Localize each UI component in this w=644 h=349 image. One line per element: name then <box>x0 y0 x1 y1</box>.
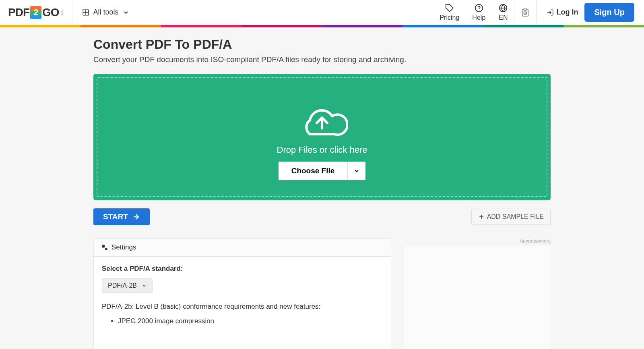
feature-list: JPEG 2000 image compression <box>102 317 383 325</box>
chevron-down-icon <box>123 9 129 16</box>
logo-pdf: PDF <box>8 6 29 19</box>
select-standard-label: Select a PDF/A standard: <box>102 265 383 273</box>
choose-file-button[interactable]: Choose File <box>279 162 348 180</box>
plus-icon <box>478 214 485 220</box>
pricing-label: Pricing <box>440 14 459 21</box>
logo-2-icon: 2 <box>30 6 41 19</box>
choose-file-dropdown[interactable] <box>348 162 365 180</box>
login-icon <box>547 9 554 16</box>
feature-item: JPEG 2000 image compression <box>118 317 383 325</box>
history-link[interactable] <box>514 0 537 25</box>
main-header: PDF 2 GO .com All tools Pricing Help EN … <box>0 0 644 25</box>
standard-description: PDF/A-2b: Level B (basic) conformance re… <box>102 303 383 311</box>
language-label: EN <box>499 14 508 21</box>
cloud-upload-icon <box>296 102 348 138</box>
svg-point-16 <box>105 248 107 250</box>
page-subtitle: Convert your PDF documents into ISO-comp… <box>93 55 551 64</box>
add-sample-file-button[interactable]: ADD SAMPLE FILE <box>471 209 551 225</box>
arrow-right-icon <box>132 213 140 221</box>
lower-content: Settings Select a PDF/A standard: PDF/A-… <box>93 238 551 349</box>
ad-column: Advertisement <box>404 238 551 349</box>
logo-text: PDF 2 GO <box>8 6 59 19</box>
settings-heading-label: Settings <box>111 243 136 251</box>
svg-rect-8 <box>524 8 527 10</box>
ad-label: Advertisement <box>404 238 551 244</box>
login-label: Log In <box>556 8 578 17</box>
dropzone-inner: Drop Files or click here Choose File <box>97 77 547 197</box>
all-tools-menu[interactable]: All tools <box>72 0 139 25</box>
gears-icon <box>101 244 108 251</box>
clipboard-history-icon <box>521 8 530 17</box>
chevron-down-icon <box>142 283 147 288</box>
auth-section: Log In Sign Up <box>537 0 644 25</box>
login-link[interactable]: Log In <box>547 8 578 17</box>
svg-point-15 <box>102 245 105 248</box>
selected-standard-value: PDF/A-2B <box>108 282 137 289</box>
start-label: START <box>103 212 128 221</box>
pricing-link[interactable]: Pricing <box>433 0 466 25</box>
logo[interactable]: PDF 2 GO .com <box>0 0 72 25</box>
file-dropzone[interactable]: Drop Files or click here Choose File <box>93 74 551 200</box>
rainbow-divider <box>0 25 644 27</box>
start-button[interactable]: START <box>93 208 150 225</box>
logo-com: .com <box>60 8 64 17</box>
globe-icon <box>499 4 508 12</box>
settings-header: Settings <box>94 239 391 257</box>
help-icon <box>475 4 483 12</box>
choose-file-group: Choose File <box>279 162 366 180</box>
add-sample-label: ADD SAMPLE FILE <box>487 213 544 220</box>
page-title: Convert PDF To PDF/A <box>93 37 551 52</box>
all-tools-label: All tools <box>93 8 119 17</box>
help-label: Help <box>472 14 485 21</box>
language-selector[interactable]: EN <box>492 0 514 25</box>
help-link[interactable]: Help <box>466 0 492 25</box>
settings-card: Settings Select a PDF/A standard: PDF/A-… <box>93 238 391 349</box>
dropzone-text: Drop Files or click here <box>277 145 367 155</box>
actions-row: START ADD SAMPLE FILE <box>93 208 551 225</box>
chevron-down-icon <box>353 168 360 174</box>
tag-icon <box>445 4 454 12</box>
standard-select[interactable]: PDF/A-2B <box>102 278 153 293</box>
signup-button[interactable]: Sign Up <box>584 3 634 22</box>
ad-placeholder <box>404 245 551 349</box>
logo-go: GO <box>42 6 59 19</box>
grid-icon <box>82 9 89 16</box>
